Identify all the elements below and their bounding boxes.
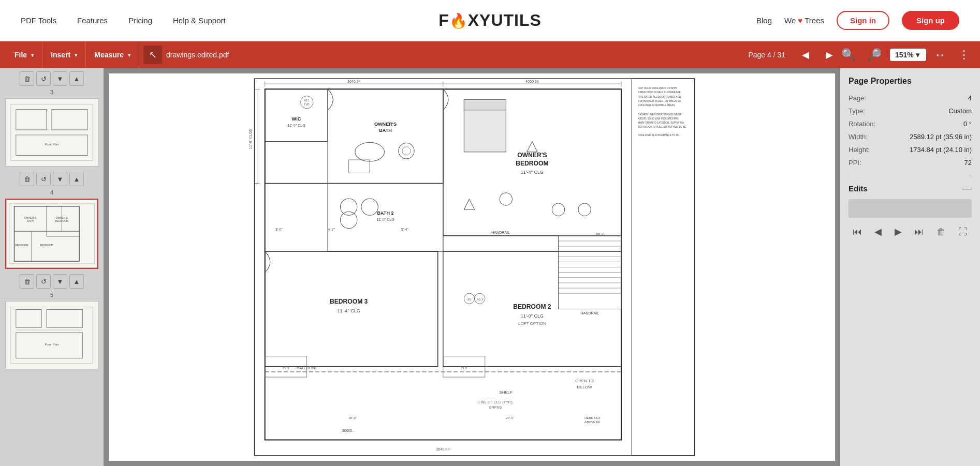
edits-next-button[interactable]: ▶ [890, 224, 906, 239]
svg-text:30'-0": 30'-0" [349, 416, 357, 419]
thumb-delete-4[interactable]: 🗑 [20, 172, 34, 186]
signup-button[interactable]: Sign up [902, 11, 959, 30]
edits-expand-button[interactable]: ⛶ [954, 224, 972, 239]
svg-text:RATED DOOR IN HELP CLOSURE ARE: RATED DOOR IN HELP CLOSURE ARE [638, 91, 680, 94]
ppi-value: 72 [964, 159, 972, 167]
zoom-in-button[interactable]: 🔎 [864, 46, 886, 64]
svg-text:11'-0" CLG: 11'-0" CLG [287, 124, 305, 128]
thumb-number-3: 3 [50, 89, 53, 95]
svg-text:CLO: CLO [461, 367, 467, 370]
blueprint-document[interactable]: WIC 11'-0" CLG OWNER'S BATH OWNER'S BEDR… [109, 73, 835, 461]
type-prop-row: Type: Custom [849, 107, 972, 115]
height-value: 1734.84 pt (24.10 in) [910, 146, 972, 154]
thumbnail-3[interactable]: Floor Plan [5, 98, 98, 167]
nav-links-right: Blog We♥Trees Sign in Sign up [756, 11, 959, 30]
page-label: Page: [849, 94, 866, 102]
svg-text:HERE HGT: HERE HGT [584, 416, 601, 419]
edits-header: Edits — [849, 184, 972, 193]
signin-button[interactable]: Sign in [837, 11, 889, 30]
edits-input-area[interactable] [849, 199, 972, 218]
top-navigation: PDF Tools Features Pricing Help & Suppor… [0, 0, 980, 41]
file-name-area: drawings.edited.pdf Page 4 / 31 ◀ ▶ [166, 48, 837, 62]
thumb-down-5[interactable]: ▼ [53, 274, 67, 289]
insert-menu-button[interactable]: Insert ▾ [42, 41, 86, 68]
nav-blog[interactable]: Blog [756, 16, 772, 25]
thumb-rotate-3[interactable]: ↺ [36, 71, 51, 86]
svg-text:11'-0" CLG: 11'-0" CLG [376, 218, 394, 222]
thumb-up-4[interactable]: ▲ [69, 172, 84, 186]
cursor-icon: ↖ [149, 49, 157, 61]
fit-width-button[interactable]: ↔ [930, 46, 950, 64]
toolbar-right-controls: 🔍 🔎 151% ▾ ↔ ⋮ [837, 46, 974, 64]
svg-text:3040.94: 3040.94 [347, 80, 361, 84]
thumb-delete-5[interactable]: 🗑 [20, 274, 34, 289]
edits-first-button[interactable]: ⏮ [849, 224, 866, 239]
svg-text:SHELF: SHELF [499, 390, 513, 395]
thumb-number-5: 5 [50, 292, 53, 298]
edits-last-button[interactable]: ⏭ [910, 224, 928, 239]
nav-help[interactable]: Help & Support [173, 16, 226, 25]
thumbnail-5[interactable]: Floor Plan [5, 301, 98, 369]
more-options-button[interactable]: ⋮ [954, 46, 974, 64]
measure-label: Measure [94, 51, 124, 59]
rotation-prop-row: Rotation: 0 ° [849, 120, 972, 128]
we-trees-text: We [784, 16, 796, 25]
nav-features[interactable]: Features [77, 16, 108, 25]
thumbnail-4[interactable]: OWNER'S BATH OWNER'S BEDROOM BEDROOM BED… [5, 199, 98, 269]
right-panel: Page Properties Page: 4 Type: Custom Rot… [840, 68, 980, 466]
edits-collapse-button[interactable]: — [962, 184, 972, 193]
svg-text:2040 FF: 2040 FF [436, 447, 450, 452]
svg-text:4050.96: 4050.96 [525, 80, 539, 84]
svg-text:BATH: BATH [27, 220, 34, 222]
nav-pdf-tools[interactable]: PDF Tools [21, 16, 56, 25]
nav-links-left: PDF Tools Features Pricing Help & Suppor… [21, 16, 226, 25]
height-label: Height: [849, 146, 870, 154]
trees-text: Trees [805, 16, 824, 25]
edits-delete-button[interactable]: 🗑 [932, 224, 950, 239]
rotation-label: Rotation: [849, 120, 875, 128]
edits-prev-button[interactable]: ◀ [870, 224, 886, 239]
we-trees-link[interactable]: We♥Trees [784, 16, 824, 25]
file-menu-button[interactable]: File ▾ [6, 41, 42, 68]
logo-foxy: F [438, 11, 449, 29]
svg-text:Floor Plan: Floor Plan [45, 143, 59, 146]
measure-menu-button[interactable]: Measure ▾ [86, 41, 139, 68]
svg-text:ABOVE. SOLID LINE INDICATES PR: ABOVE. SOLID LINE INDICATES PRI- [638, 117, 679, 120]
svg-rect-49 [464, 100, 506, 110]
svg-rect-8 [7, 201, 97, 266]
prev-page-button[interactable]: ◀ [798, 48, 813, 62]
thumb-down-4[interactable]: ▼ [53, 172, 67, 186]
nav-pricing[interactable]: Pricing [128, 16, 152, 25]
thumb-rotate-5[interactable]: ↺ [36, 274, 51, 289]
svg-text:ENCLOSED ACCESSIBLE AREAS.: ENCLOSED ACCESSIBLE AREAS. [638, 104, 675, 107]
svg-text:OPEN TO: OPEN TO [575, 379, 594, 383]
ppi-prop-row: PPI: 72 [849, 159, 972, 167]
logo[interactable]: F🔥XYUTILS [438, 11, 542, 30]
thumb-rotate-4[interactable]: ↺ [36, 172, 51, 186]
thumb-delete-3[interactable]: 🗑 [20, 71, 34, 86]
ppi-label: PPI: [849, 159, 861, 167]
svg-text:5'-4": 5'-4" [401, 228, 409, 232]
thumb-up-5[interactable]: ▲ [69, 274, 84, 289]
svg-text:OWNER'S: OWNER'S [517, 152, 547, 159]
page-properties-title: Page Properties [849, 77, 972, 86]
svg-text:TYP.: TYP. [304, 103, 310, 106]
zoom-level-display[interactable]: 151% ▾ [890, 49, 926, 61]
cursor-tool-button[interactable]: ↖ [143, 46, 162, 64]
main-toolbar: File ▾ Insert ▾ Measure ▾ ↖ drawings.edi… [0, 41, 980, 68]
logo-flame: 🔥 [449, 13, 468, 29]
page-prop-row: Page: 4 [849, 94, 972, 102]
svg-text:BEDROOM: BEDROOM [40, 244, 53, 247]
svg-text:Floor Plan: Floor Plan [45, 343, 59, 346]
width-prop-row: Width: 2589.12 pt (35.96 in) [849, 133, 972, 141]
svg-text:HANDRAIL: HANDRAIL [491, 231, 510, 235]
next-page-button[interactable]: ▶ [822, 48, 837, 62]
svg-text:CLO: CLO [283, 367, 289, 370]
zoom-out-button[interactable]: 🔍 [837, 46, 859, 64]
svg-text:11'-4" CLG: 11'-4" CLG [521, 170, 544, 175]
thumb-up-3[interactable]: ▲ [69, 71, 84, 86]
measure-chevron-icon: ▾ [128, 52, 130, 58]
type-label: Type: [849, 107, 865, 115]
svg-text:A3.1: A3.1 [502, 73, 510, 74]
thumb-down-3[interactable]: ▼ [53, 71, 67, 86]
